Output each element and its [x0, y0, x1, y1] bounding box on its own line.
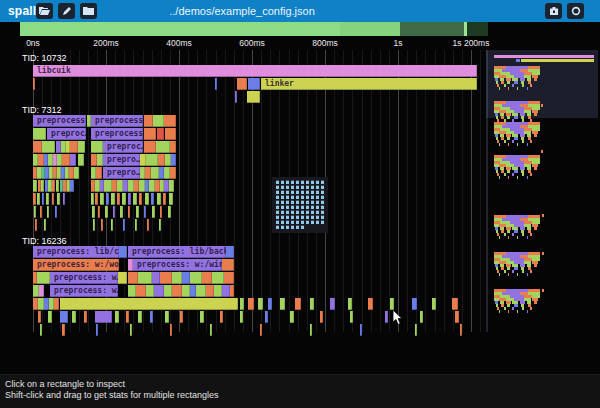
flame-bar[interactable]	[196, 285, 206, 297]
flame-bar[interactable]	[33, 180, 37, 192]
flame-bar[interactable]	[160, 206, 162, 218]
tiny-rect[interactable]	[276, 186, 279, 189]
flame-bar[interactable]	[120, 206, 123, 218]
tiny-rect[interactable]	[306, 196, 309, 199]
minimap-flame-cluster[interactable]	[507, 304, 510, 307]
flame-bar[interactable]	[168, 206, 171, 218]
tiny-rect[interactable]	[281, 196, 284, 199]
tiny-rect[interactable]	[286, 226, 289, 229]
flame-bar[interactable]	[57, 193, 60, 205]
tiny-rect[interactable]	[321, 191, 324, 194]
flame-bar[interactable]	[190, 272, 202, 284]
tiny-rect[interactable]	[296, 211, 299, 214]
minimap-flame-cluster[interactable]	[522, 307, 524, 310]
minimap-bar[interactable]	[521, 59, 594, 62]
header-button-record[interactable]	[567, 3, 584, 19]
flame-bar[interactable]	[113, 206, 115, 218]
minimap-flame-cluster[interactable]	[522, 233, 524, 236]
minimap-flame-cluster[interactable]	[499, 310, 500, 313]
tiny-rect[interactable]	[286, 201, 289, 204]
tiny-rect[interactable]	[286, 186, 289, 189]
tiny-rect[interactable]	[316, 211, 319, 214]
flame-bar[interactable]	[220, 311, 223, 323]
minimap-flame-cluster[interactable]	[504, 173, 506, 176]
flame-bar[interactable]	[460, 324, 462, 336]
tiny-rect[interactable]	[311, 196, 314, 199]
flame-bar[interactable]	[154, 285, 164, 297]
flame-bar[interactable]	[368, 298, 373, 310]
flame-bar[interactable]	[150, 311, 153, 323]
tiny-rect[interactable]	[291, 226, 294, 229]
minimap-flame-cluster[interactable]	[507, 116, 510, 119]
flame-bar[interactable]	[138, 272, 152, 284]
tiny-rect[interactable]	[291, 191, 294, 194]
flame-bar[interactable]	[248, 78, 260, 90]
minimap-flame-cluster[interactable]	[534, 264, 537, 267]
flame-bar[interactable]	[247, 91, 260, 103]
minimap-flame-cluster[interactable]	[504, 270, 506, 273]
flame-bar[interactable]	[210, 324, 212, 336]
flame-bar[interactable]	[122, 193, 126, 205]
tiny-rect[interactable]	[291, 181, 294, 184]
tiny-rect[interactable]	[286, 206, 289, 209]
flame-bar[interactable]	[240, 298, 244, 310]
flame-bar[interactable]	[106, 193, 109, 205]
tiny-rect[interactable]	[291, 206, 294, 209]
minimap-flame-cluster[interactable]	[527, 236, 528, 239]
activity-overview-segment[interactable]	[340, 22, 400, 36]
minimap-flame-cluster[interactable]	[534, 113, 537, 116]
flame-bar[interactable]	[147, 219, 149, 231]
tiny-rect[interactable]	[311, 211, 314, 214]
flame-bar[interactable]	[172, 285, 182, 297]
tiny-rect[interactable]	[316, 221, 319, 224]
tiny-rect[interactable]	[286, 211, 289, 214]
flame-bar[interactable]	[119, 246, 127, 258]
flame-bar[interactable]	[96, 324, 98, 336]
tiny-rect[interactable]	[291, 196, 294, 199]
tiny-rect[interactable]	[276, 216, 279, 219]
minimap-flame-cluster[interactable]	[527, 87, 528, 90]
flame-bar[interactable]	[145, 193, 149, 205]
flame-bar[interactable]	[212, 272, 224, 284]
flame-bar[interactable]	[118, 272, 127, 284]
flame-bar[interactable]	[60, 311, 68, 323]
minimap-flame-cluster[interactable]	[514, 230, 518, 233]
flame-bar[interactable]	[95, 193, 98, 205]
minimap-flame-cluster[interactable]	[512, 140, 514, 143]
activity-overview-segment[interactable]	[20, 22, 340, 36]
flame-bar[interactable]: preprocess: w…	[50, 272, 118, 284]
flame-bar[interactable]	[41, 180, 44, 192]
minimap-flame-cluster[interactable]	[530, 270, 532, 273]
flame-bar[interactable]	[180, 311, 183, 323]
flame-bar[interactable]	[130, 324, 132, 336]
minimap-flame-cluster[interactable]	[530, 233, 532, 236]
minimap-flame-cluster[interactable]	[517, 236, 518, 239]
flame-bar[interactable]	[169, 180, 174, 192]
tiny-rect[interactable]	[276, 201, 279, 204]
flame-bar[interactable]	[310, 298, 314, 310]
flame-bar[interactable]	[100, 193, 104, 205]
flame-bar[interactable]	[84, 311, 87, 323]
minimap-flame-cluster[interactable]	[507, 137, 510, 140]
flame-bar[interactable]	[295, 298, 301, 310]
flame-bar[interactable]	[202, 272, 212, 284]
flame-bar[interactable]	[128, 272, 138, 284]
tiny-rect[interactable]	[311, 191, 314, 194]
header-button-import-folder[interactable]	[80, 3, 97, 19]
flame-bar[interactable]	[165, 128, 176, 140]
flame-bar[interactable]	[39, 285, 44, 297]
tiny-rect[interactable]	[296, 226, 299, 229]
flame-bar[interactable]	[33, 78, 35, 90]
tiny-rect[interactable]	[311, 216, 314, 219]
tiny-rect[interactable]	[306, 191, 309, 194]
flame-bar[interactable]	[91, 193, 94, 205]
flame-bar[interactable]	[152, 272, 160, 284]
tiny-rect[interactable]	[306, 186, 309, 189]
minimap-flame-cluster[interactable]	[517, 143, 518, 146]
flame-bar[interactable]: preprocess:]…	[91, 128, 143, 140]
tiny-rect[interactable]	[296, 221, 299, 224]
header-button-pencil[interactable]	[58, 3, 75, 19]
activity-overview-segment[interactable]	[400, 22, 464, 36]
flame-bar[interactable]	[42, 193, 44, 205]
flame-bar[interactable]	[128, 285, 136, 297]
